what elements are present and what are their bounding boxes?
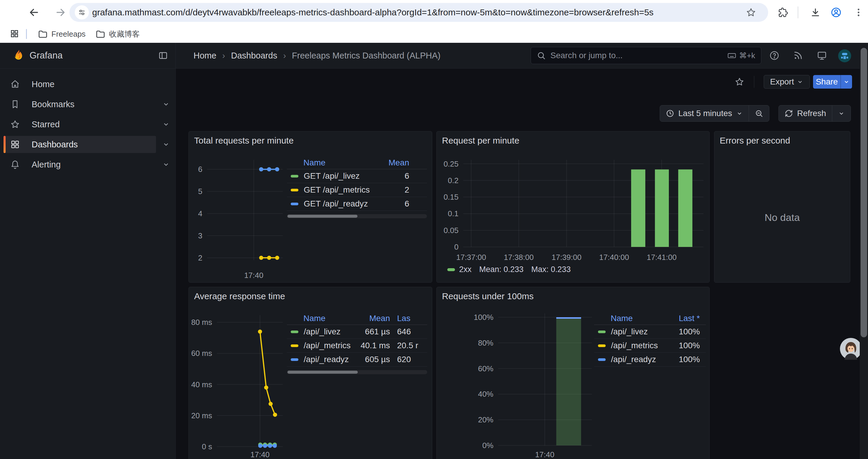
svg-text:0.1: 0.1 — [448, 209, 459, 218]
search-input[interactable]: Search or jump to... ⌘+k — [531, 47, 761, 64]
chevron-down-icon[interactable] — [162, 140, 170, 149]
sidebar-item-home[interactable]: Home — [0, 74, 176, 94]
panel-title[interactable]: Errors per second — [720, 136, 790, 145]
svg-text:0: 0 — [454, 242, 459, 251]
legend-row[interactable]: GET /api/_livez6 — [287, 169, 427, 183]
url-bar[interactable]: grafana.mathmast.com/d/deytv4rwavabkb/fr… — [69, 3, 768, 22]
chevron-down-icon — [736, 110, 743, 117]
sidebar-item-dashboards[interactable]: Dashboards — [0, 134, 176, 155]
chevron-down-icon[interactable] — [162, 100, 170, 108]
page-scrollbar[interactable] — [860, 43, 868, 459]
scrollbar-thumb[interactable] — [287, 215, 358, 218]
search-shortcut: ⌘+k — [727, 51, 755, 60]
breadcrumb-home[interactable]: Home — [193, 51, 216, 61]
brand-name[interactable]: Grafana — [30, 43, 63, 68]
extensions-icon[interactable] — [776, 6, 789, 19]
brand-block: Grafana — [0, 43, 176, 68]
panel-total-requests-per-minute: Total requests per minute 6543217:40 Nam… — [188, 131, 432, 283]
scrollbar-thumb[interactable] — [287, 371, 358, 374]
legend-row[interactable]: /api/_readyz100% — [594, 353, 706, 366]
browser-toolbar: grafana.mathmast.com/d/deytv4rwavabkb/fr… — [0, 0, 868, 25]
panel-errors-per-second: Errors per second No data — [714, 131, 850, 283]
legend-row[interactable]: GET /api/_readyz6 — [287, 197, 427, 211]
svg-text:3: 3 — [198, 231, 203, 240]
back-icon[interactable] — [28, 6, 40, 19]
bookmark-blogs[interactable]: 收藏博客 — [92, 28, 143, 40]
monitor-icon[interactable] — [815, 49, 829, 62]
legend-max: Max: 0.233 — [531, 265, 571, 274]
series-swatch — [291, 203, 299, 205]
breadcrumb-current: Freeleaps Metrics Dashboard (ALPHA) — [292, 51, 440, 61]
user-avatar[interactable] — [838, 49, 851, 62]
zoom-out-icon — [755, 109, 763, 118]
bar-chart[interactable]: 0.250.20.150.10.05017:37:0017:38:0017:39… — [437, 131, 709, 282]
sidebar-toggle-icon[interactable] — [158, 51, 168, 60]
folder-icon — [95, 29, 105, 39]
forward-icon[interactable] — [54, 6, 67, 19]
bookmark-star-icon[interactable] — [745, 6, 757, 19]
legend-row[interactable]: /api/_metrics40.1 ms20.5 r — [287, 339, 427, 353]
chart-legend: 2xx Mean: 0.233 Max: 0.233 — [447, 265, 571, 274]
legend-header[interactable]: NameMean — [287, 156, 427, 169]
zoom-out-button[interactable] — [749, 105, 769, 121]
site-settings-icon[interactable] — [75, 5, 89, 20]
svg-text:0%: 0% — [482, 441, 493, 450]
legend-row[interactable]: /api/_livez661 µs646 — [287, 325, 427, 339]
profile-icon[interactable] — [830, 6, 843, 19]
svg-text:6: 6 — [198, 165, 203, 174]
bookmark-freeleaps[interactable]: Freeleaps — [35, 28, 89, 40]
breadcrumb-dashboards[interactable]: Dashboards — [231, 51, 277, 61]
help-icon[interactable] — [768, 49, 781, 62]
dashboards-icon — [10, 140, 20, 149]
refresh-interval-button[interactable] — [832, 105, 850, 121]
download-icon[interactable] — [809, 6, 822, 19]
folder-icon — [38, 29, 48, 39]
bookmarks-bar: Freeleaps 收藏博客 — [0, 25, 868, 43]
scrollbar-thumb[interactable] — [861, 48, 867, 337]
refresh-group: Refresh — [778, 105, 851, 122]
url-text[interactable]: grafana.mathmast.com/d/deytv4rwavabkb/fr… — [92, 3, 653, 22]
apps-grid-icon[interactable] — [8, 27, 21, 40]
chevron-down-icon[interactable] — [162, 160, 170, 169]
chevron-down-icon[interactable] — [162, 120, 170, 129]
sidebar-item-bookmarks[interactable]: Bookmarks — [0, 94, 176, 114]
refresh-button[interactable]: Refresh — [779, 105, 832, 121]
news-icon[interactable] — [792, 49, 804, 62]
clock-icon — [666, 109, 674, 118]
legend-row[interactable]: /api/_livez100% — [594, 325, 706, 339]
sidebar-item-label: Dashboards — [32, 140, 78, 150]
sidebar-item-alerting[interactable]: Alerting — [0, 155, 176, 174]
legend-row[interactable]: GET /api/_metrics2 — [287, 183, 427, 197]
export-button[interactable]: Export — [764, 75, 810, 89]
legend-row[interactable]: /api/_metrics100% — [594, 339, 706, 353]
legend-header[interactable]: NameMeanLas — [287, 312, 427, 325]
legend-scrollbar[interactable] — [287, 214, 427, 218]
share-button[interactable]: Share — [813, 75, 840, 89]
legend-table: NameMeanLas/api/_livez661 µs646/api/_met… — [287, 312, 427, 366]
grafana-logo — [12, 49, 25, 62]
assistant-avatar[interactable] — [840, 338, 862, 360]
series-swatch — [598, 330, 606, 333]
legend-scrollbar[interactable] — [287, 370, 427, 374]
sidebar-item-starred[interactable]: Starred — [0, 114, 176, 134]
legend-row[interactable]: /api/_readyz605 µs620 — [287, 353, 427, 366]
legend-series[interactable]: 2xx — [447, 265, 471, 274]
keyboard-icon — [727, 51, 736, 60]
svg-text:0 s: 0 s — [202, 442, 212, 451]
share-menu-button[interactable] — [840, 75, 852, 89]
svg-text:60%: 60% — [478, 364, 493, 373]
sidebar-item-label: Starred — [32, 120, 60, 129]
series-swatch — [291, 175, 299, 177]
breadcrumb-separator: › — [222, 51, 225, 61]
legend-header[interactable]: NameLast * — [594, 312, 706, 325]
svg-text:17:41:00: 17:41:00 — [647, 253, 677, 262]
favorite-star-icon[interactable] — [733, 75, 746, 88]
svg-text:0.25: 0.25 — [443, 160, 459, 168]
refresh-icon — [785, 109, 793, 118]
menu-dots-icon[interactable] — [852, 6, 865, 19]
svg-text:17:37:00: 17:37:00 — [456, 253, 486, 262]
sidebar: Home Bookmarks Starred Dashboards Al — [0, 68, 176, 459]
svg-text:2: 2 — [198, 254, 203, 262]
svg-text:80%: 80% — [478, 338, 493, 347]
time-range-picker[interactable]: Last 5 minutes — [660, 105, 749, 121]
